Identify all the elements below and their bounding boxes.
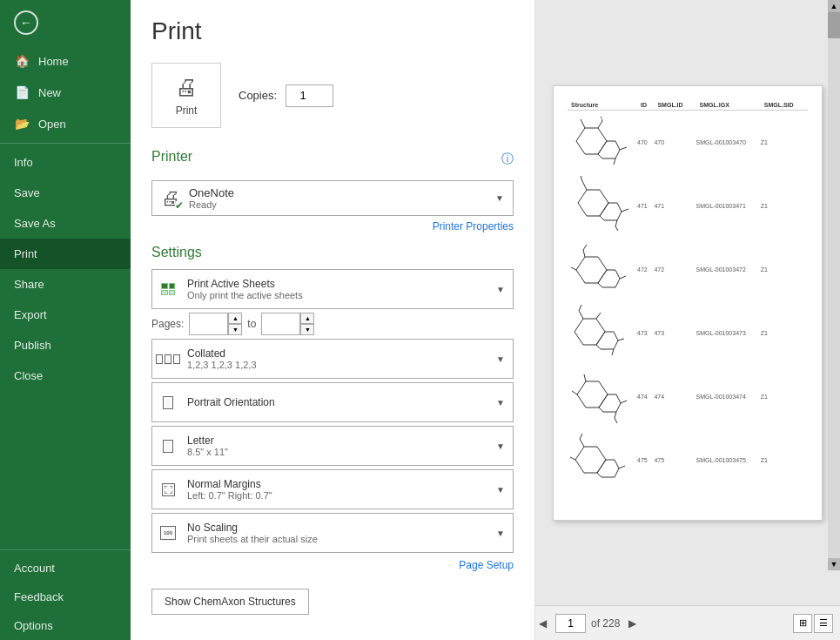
pages-to-down[interactable]: ▼ [300,324,314,335]
pages-from-input[interactable] [189,313,228,335]
pages-from-wrap: ▲ ▼ [189,313,242,335]
print-area: Print 🖨 Print Copies: Printer ⓘ [131,0,840,640]
printer-info-icon[interactable]: ⓘ [501,152,514,167]
margins-dropdown[interactable]: Normal Margins Left: 0.7" Right: 0.7" ▼ [151,469,514,509]
smgl-sid-cell: Z1 [761,301,808,365]
id-cell: 470 [637,110,654,174]
scaling-dropdown[interactable]: 100 No Scaling Print sheets at their act… [151,513,514,553]
paper-size-dropdown[interactable]: Letter 8.5" x 11" ▼ [151,426,514,466]
sidebar-item-new[interactable]: 📄 New [0,77,131,108]
collated-arrow-icon: ▼ [488,354,513,364]
prev-page-button[interactable]: ◀ [535,616,550,631]
noscale-icon: 100 [152,526,184,540]
sidebar-item-publish[interactable]: Publish [0,330,131,360]
sidebar-item-open[interactable]: 📂 Open [0,108,131,139]
back-button[interactable]: ← [0,0,131,45]
col-smgl-sid: SMGL.SID [761,100,808,111]
mol-cell [568,365,637,428]
preview-scroll-area[interactable]: ▲ ▼ Structure ID SMGL.ID [535,0,840,605]
smgl-sid-cell: Z1 [761,110,808,174]
margins-text: Normal Margins Left: 0.7" Right: 0.7" [184,473,488,506]
svg-line-30 [584,374,586,381]
printer-select-dropdown[interactable]: 🖨 ✔ OneNote Ready ▼ [151,180,514,216]
vertical-scrollbar[interactable]: ▲ ▼ [828,0,840,570]
scroll-up-button[interactable]: ▲ [828,0,840,12]
sidebar-item-home[interactable]: 🏠 Home [0,45,131,77]
svg-line-25 [618,339,624,340]
svg-line-23 [579,305,581,311]
svg-marker-8 [600,203,622,220]
sidebar-label-save-as: Save As [14,217,56,230]
sidebar-item-share[interactable]: Share [0,269,131,300]
sidebar-divider-1 [0,143,131,144]
pages-from-up[interactable]: ▲ [228,313,242,324]
svg-line-13 [615,226,618,231]
pages-to-up[interactable]: ▲ [300,313,314,324]
page-count-label: of 228 [591,617,620,630]
collated-dropdown[interactable]: Collated 1,2,3 1,2,3 1,2,3 ▼ [151,339,514,379]
smgl-sid-cell: Z1 [761,365,808,428]
sidebar-item-account[interactable]: Account [0,554,131,583]
svg-line-39 [570,457,575,460]
sidebar-item-save[interactable]: Save [0,178,131,208]
svg-marker-27 [577,381,608,408]
next-page-button[interactable]: ▶ [625,616,640,631]
sidebar-bottom: Account Feedback Options [0,546,131,640]
portrait-icon [152,396,184,409]
sidebar-item-info[interactable]: Info [0,147,131,178]
print-active-sheets-dropdown[interactable]: Print Active Sheets Only print the activ… [151,269,514,309]
scroll-thumb[interactable] [828,12,840,38]
margins-arrow-icon: ▼ [488,485,513,495]
orientation-dropdown[interactable]: Portrait Orientation ▼ [151,382,514,422]
printer-name: OneNote [189,186,487,199]
pages-label: Pages: [151,318,184,330]
mol-cell [568,238,637,301]
smgl-sid-cell: Z1 [761,174,808,238]
svg-line-6 [614,158,615,165]
main-area: Print 🖨 Print Copies: Printer ⓘ [131,0,840,640]
svg-line-12 [615,220,617,226]
table-row: 471 471 SMGL-001003471 Z1 [568,174,808,238]
table-row: 472 472 SMGL-001003472 Z1 [568,238,808,301]
pages-from-down[interactable]: ▼ [228,324,242,335]
current-page-input[interactable] [555,614,586,633]
col-smgl-igx: SMGL.IGX [696,100,761,111]
mol-cell [568,428,637,492]
svg-line-33 [615,418,617,423]
sidebar: ← 🏠 Home 📄 New 📂 Open Info Save Save As … [0,0,131,640]
scroll-down-button[interactable]: ▼ [828,558,840,570]
sidebar-item-save-as[interactable]: Save As [0,208,131,239]
svg-line-5 [620,147,627,150]
page-setup-link[interactable]: Page Setup [459,559,514,571]
list-view-button[interactable]: ☰ [814,614,833,633]
pages-row: Pages: ▲ ▼ to ▲ ▼ [151,313,514,335]
printer-properties-area: Printer Properties [151,219,514,232]
collated-sublabel: 1,2,3 1,2,3 1,2,3 [187,360,485,370]
sidebar-item-close[interactable]: Close [0,360,131,391]
sidebar-item-export[interactable]: Export [0,300,131,330]
print-top: 🖨 Print Copies: [151,63,514,128]
sidebar-item-feedback[interactable]: Feedback [0,583,131,611]
orientation-text: Portrait Orientation [184,391,488,414]
printer-section-title: Printer [151,149,192,165]
left-panel: Print 🖨 Print Copies: Printer ⓘ [131,0,535,640]
id-cell: 474 [637,365,654,428]
svg-marker-28 [599,394,621,412]
print-button[interactable]: 🖨 Print [151,63,221,128]
paper-label: Letter [187,435,485,447]
grid-view-button[interactable]: ⊞ [793,614,812,633]
sidebar-item-print[interactable]: Print [0,239,131,269]
smgl-sid-cell: Z1 [761,428,808,492]
id-cell: 471 [637,174,654,238]
printer-properties-link[interactable]: Printer Properties [433,220,514,232]
sheets-icon [152,283,184,295]
svg-line-2 [581,119,585,128]
sidebar-item-options[interactable]: Options [0,611,131,640]
sidebar-label-open: Open [38,118,66,131]
sidebar-label-home: Home [38,55,69,68]
letter-icon [152,440,184,453]
pages-to-input[interactable] [261,313,300,335]
chemaxon-button[interactable]: Show ChemAxon Structures [151,589,309,615]
copies-input[interactable] [286,84,333,107]
smgl-igx-cell: SMGL-001003474 [696,365,761,428]
